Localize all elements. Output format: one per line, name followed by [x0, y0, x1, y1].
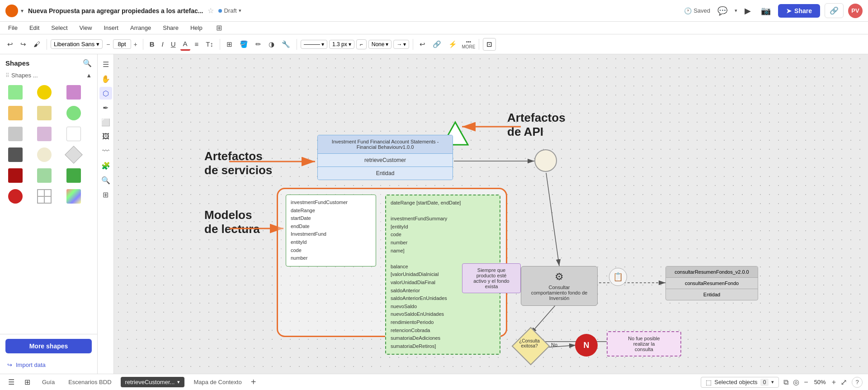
- extra-tool-button[interactable]: ⊞: [99, 188, 112, 201]
- shape-ltan-circle[interactable]: [35, 146, 53, 164]
- shape-lgray-rect[interactable]: [6, 125, 24, 143]
- draft-label[interactable]: Draft: [224, 7, 236, 14]
- help-button[interactable]: ?: [852, 377, 863, 388]
- circle-connector[interactable]: [534, 149, 557, 172]
- redo-button[interactable]: ↪: [18, 38, 29, 50]
- shape-green-rect[interactable]: [6, 83, 24, 101]
- more-shapes-button[interactable]: More shapes: [5, 339, 92, 353]
- align-button[interactable]: ≡: [192, 38, 202, 50]
- menu-arrange[interactable]: Arrange: [128, 24, 153, 32]
- video-button[interactable]: 📷: [758, 4, 774, 18]
- tab-escenarios[interactable]: Escenarios BDD: [64, 377, 116, 387]
- tab-mapa[interactable]: Mapa de Contexto: [189, 377, 246, 387]
- bold-button[interactable]: B: [147, 38, 157, 50]
- fill-color-button[interactable]: 🪣: [237, 38, 251, 50]
- model-left-box[interactable]: investmentFundCustomer dateRange startDa…: [286, 195, 376, 266]
- shape-dgray-rect[interactable]: [6, 146, 24, 164]
- link-toolbar-button[interactable]: 🔗: [430, 38, 444, 50]
- red-notification-circle[interactable]: N: [575, 334, 598, 357]
- clipboard-icon-circle[interactable]: 📋: [609, 268, 627, 286]
- hand-tool-button[interactable]: ✋: [99, 72, 112, 85]
- line-style-dropdown[interactable]: ——— ▾: [301, 40, 327, 49]
- menu-share[interactable]: Share: [161, 24, 180, 32]
- line-width-dropdown[interactable]: 1.3 px ▾: [329, 40, 354, 49]
- menu-file[interactable]: File: [6, 24, 19, 32]
- shape-purple-rect[interactable]: [65, 83, 83, 101]
- shape-yellow-circle[interactable]: [35, 83, 53, 101]
- tab-retrieve-chevron[interactable]: ▾: [177, 379, 180, 385]
- more-button[interactable]: ••• MORE: [462, 39, 475, 49]
- share-button[interactable]: ➤ Share: [778, 4, 820, 18]
- connection-end-dropdown[interactable]: → ▾: [393, 40, 409, 49]
- menu-insert[interactable]: Insert: [102, 24, 120, 32]
- undo-button[interactable]: ↩: [5, 38, 16, 50]
- sidebar-search-button[interactable]: 🔍: [83, 59, 92, 67]
- undo2-button[interactable]: ↩: [417, 38, 428, 50]
- text-format-button[interactable]: T↕: [203, 38, 216, 50]
- menu-view[interactable]: View: [78, 24, 94, 32]
- font-color-button[interactable]: A: [180, 38, 190, 51]
- canvas-area[interactable]: Artefactos de API Invest: [114, 54, 868, 374]
- search-elements-button[interactable]: 🔍: [99, 174, 112, 186]
- sidebar-toggle-button[interactable]: ☰: [99, 58, 112, 71]
- purple-dashed-box[interactable]: No fue posible realizar la consulta: [607, 331, 681, 357]
- add-page-button[interactable]: +: [251, 377, 256, 387]
- list-view-button[interactable]: ☰: [5, 376, 17, 388]
- font-selector[interactable]: Liberation Sans ▾: [51, 39, 103, 49]
- gear-box[interactable]: ⚙ Consultar comportamiento fondo de Inve…: [521, 266, 598, 306]
- rectangle-tool-button[interactable]: ⬜: [99, 116, 112, 128]
- star-icon[interactable]: ☆: [208, 6, 214, 15]
- insert-table-button[interactable]: ⊞: [224, 38, 235, 50]
- connection-start-dropdown[interactable]: None ▾: [368, 40, 392, 49]
- service-box[interactable]: Investment Fund Financial Account Statem…: [317, 135, 453, 180]
- network-button[interactable]: ◎: [793, 378, 799, 386]
- layers-button[interactable]: ⧉: [783, 378, 788, 386]
- fullscreen-button[interactable]: ⤢: [840, 377, 847, 387]
- selected-chevron[interactable]: ▾: [771, 379, 774, 385]
- pen-tool-button[interactable]: ✒: [99, 101, 112, 114]
- stroke-color-button[interactable]: ✏: [253, 38, 264, 50]
- comment-button[interactable]: 💬: [715, 4, 730, 18]
- zoom-in-button[interactable]: +: [832, 378, 836, 386]
- menu-select[interactable]: Select: [49, 24, 69, 32]
- shape-red-circle[interactable]: [6, 187, 24, 205]
- shape-lgreen-circle[interactable]: [65, 104, 83, 122]
- flash-button[interactable]: ⚡: [446, 38, 460, 50]
- tab-guia[interactable]: Guía: [38, 377, 59, 387]
- shape-tan-rect[interactable]: [35, 104, 53, 122]
- condition-box[interactable]: Siempre que producto esté activo y el fo…: [462, 263, 521, 293]
- select-tool-button[interactable]: ⬡: [99, 87, 112, 100]
- plugin-tool-button[interactable]: 🧩: [99, 159, 112, 172]
- import-data-button[interactable]: ↪ Import data: [0, 358, 53, 374]
- shape-lpurple-rect[interactable]: [35, 125, 53, 143]
- italic-button[interactable]: I: [159, 38, 166, 50]
- underline-button[interactable]: U: [168, 38, 179, 50]
- shape-orange-rect[interactable]: [6, 104, 24, 122]
- zoom-out-button[interactable]: −: [804, 378, 808, 386]
- format-paint-button[interactable]: 🖌: [31, 38, 43, 50]
- tab-retrieve[interactable]: retrieveCustomer... ▾: [121, 377, 185, 387]
- shape-table[interactable]: [35, 187, 53, 205]
- draft-chevron[interactable]: ▾: [239, 8, 241, 14]
- font-size-value[interactable]: 8pt: [113, 39, 131, 49]
- path-tool-button[interactable]: 〰: [99, 145, 112, 157]
- image-tool-button[interactable]: 🖼: [99, 130, 112, 143]
- shadow-button[interactable]: ◑: [266, 38, 277, 50]
- shape-red-rect[interactable]: [6, 166, 24, 185]
- font-size-decrease[interactable]: −: [104, 40, 112, 49]
- extra-button[interactable]: 🔧: [279, 38, 293, 50]
- corner-style-button[interactable]: ⌐: [356, 39, 367, 49]
- panel-toggle-button[interactable]: ⊡: [483, 38, 496, 51]
- dropdown-arrow[interactable]: ▾: [21, 8, 24, 14]
- shape-diamond[interactable]: [65, 146, 83, 164]
- shape-white-rect[interactable]: [65, 125, 83, 143]
- font-size-increase[interactable]: +: [132, 40, 139, 49]
- shapes-section-header[interactable]: ⠿ Shapes ... ▲: [0, 70, 97, 81]
- grid-menu-icon[interactable]: ⊞: [216, 24, 222, 32]
- menu-help[interactable]: Help: [189, 24, 204, 32]
- comment-chevron[interactable]: ▾: [735, 8, 737, 14]
- shape-dgreen-rect[interactable]: [65, 166, 83, 185]
- menu-edit[interactable]: Edit: [28, 24, 41, 32]
- grid-view-button[interactable]: ⊞: [22, 376, 33, 388]
- shape-misc[interactable]: [65, 187, 83, 205]
